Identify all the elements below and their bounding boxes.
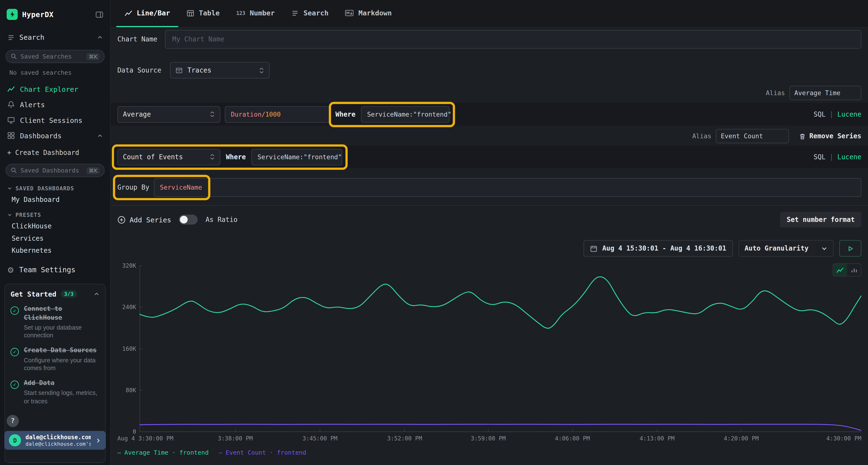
chart-display-toggle	[833, 263, 861, 276]
help-button[interactable]: ?	[7, 415, 19, 427]
sidebar-item-team-settings[interactable]: ⚙ Team Settings	[0, 255, 110, 274]
timeseries-chart[interactable]	[140, 266, 862, 434]
select-updown-icon	[210, 111, 215, 117]
tab-number[interactable]: 123 Number	[228, 0, 283, 27]
x-axis-labels: Aug 4 3:30:00 PM 3:38:00 PM 3:45:00 PM 3…	[117, 435, 862, 442]
sidebar-nav: Chart Explorer Alerts Client Sessions Da…	[0, 81, 110, 143]
play-icon	[847, 245, 853, 251]
legend-item-event-count[interactable]: — Event Count · frontend	[219, 449, 306, 456]
get-started-header[interactable]: Get Started 3/3	[10, 290, 100, 298]
as-ratio-toggle[interactable]	[179, 215, 198, 225]
sidebar-item-client-sessions[interactable]: Client Sessions	[0, 112, 110, 128]
series1-field-input[interactable]: Duration/1000	[225, 106, 330, 123]
tab-markdown[interactable]: Markdown	[337, 0, 400, 27]
avatar: D	[9, 434, 21, 446]
get-started-item[interactable]: ✓ Create Data Sources Configure where yo…	[10, 346, 100, 372]
lucene-option[interactable]: Lucene	[837, 110, 862, 118]
lucene-option[interactable]: Lucene	[837, 153, 862, 161]
table-icon	[187, 9, 194, 17]
where-label: Where	[225, 153, 247, 161]
select-updown-icon	[259, 67, 265, 73]
logo-row: HyperDX	[0, 0, 110, 24]
chevron-up-icon[interactable]	[97, 34, 103, 40]
y-axis-tick: 240K	[117, 304, 136, 310]
y-axis-tick: 0	[117, 428, 136, 435]
bar-chart-toggle[interactable]	[847, 264, 861, 276]
sql-option[interactable]: SQL	[813, 153, 826, 161]
presets-section-label[interactable]: PRESETS	[0, 204, 110, 218]
sidebar-item-dashboards[interactable]: Dashboards	[0, 128, 110, 143]
series1-where-input[interactable]: ServiceName:"frontend"	[361, 106, 450, 123]
set-number-format-button[interactable]: Set number format	[780, 212, 861, 227]
line-chart-toggle[interactable]	[833, 264, 847, 276]
x-axis-tick: 3:59:00 PM	[471, 435, 506, 442]
get-started-item[interactable]: ✓ Add Data Start sending logs, metrics, …	[10, 379, 100, 405]
create-dashboard-button[interactable]: + Create Dashboard	[0, 143, 110, 157]
granularity-select[interactable]: Auto Granularity	[739, 240, 834, 257]
chevron-up-icon[interactable]	[97, 133, 103, 138]
tab-line-bar[interactable]: Line/Bar	[116, 0, 179, 27]
run-query-button[interactable]	[839, 240, 862, 257]
legend-item-average-time[interactable]: — Average Time · frontend	[117, 449, 209, 456]
series1-alias-input[interactable]	[789, 86, 861, 100]
chart-legend: — Average Time · frontend — Event Count …	[111, 449, 868, 456]
get-started-item-title: Add Data	[24, 379, 55, 387]
saved-dashboards-input[interactable]: Saved Dashboards ⌘K	[5, 164, 105, 177]
get-started-item-desc: Set up your database connection	[24, 324, 100, 339]
sidebar-item-services[interactable]: Services	[0, 230, 110, 242]
sidebar-item-my-dashboard[interactable]: My Dashboard	[0, 191, 110, 204]
chevron-down-icon	[821, 245, 828, 252]
tab-table[interactable]: Table	[179, 0, 228, 27]
check-circle-icon: ✓	[10, 306, 19, 315]
series2-where-input[interactable]: ServiceName:"frontend"	[251, 148, 342, 165]
group-by-label: Group By	[117, 184, 150, 191]
search-section-header[interactable]: Search	[0, 24, 110, 43]
as-ratio-label: As Ratio	[206, 215, 238, 223]
plus-circle-icon	[117, 215, 126, 224]
sidebar-item-kubernetes[interactable]: Kubernetes	[0, 242, 110, 255]
saved-dashboards-placeholder: Saved Dashboards	[21, 167, 79, 174]
saved-searches-input[interactable]: Saved Searches ⌘K	[5, 50, 105, 63]
search-section-label: Search	[19, 33, 44, 41]
sql-option[interactable]: SQL	[813, 110, 826, 118]
get-started-item-title: Create Data Sources	[24, 346, 97, 354]
series2-aggregation-select[interactable]: Count of Events	[117, 148, 220, 165]
saved-searches-placeholder: Saved Searches	[21, 53, 72, 60]
series1-aggregation-select[interactable]: Average	[117, 106, 220, 123]
tab-search[interactable]: Search	[283, 0, 337, 27]
group-by-input[interactable]: ServiceName	[154, 178, 862, 197]
chevron-down-icon	[7, 186, 12, 191]
nav-label: Chart Explorer	[20, 85, 79, 93]
date-range-input[interactable]: Aug 4 15:30:01 - Aug 4 16:30:01	[584, 240, 733, 257]
sidebar-item-alerts[interactable]: Alerts	[0, 97, 110, 112]
traces-box-icon	[176, 67, 183, 74]
alias-label: Alias	[692, 132, 711, 140]
bell-icon	[7, 101, 15, 108]
chart-name-input[interactable]	[165, 30, 862, 49]
markdown-icon	[345, 9, 354, 16]
nav-label: Dashboards	[20, 131, 62, 139]
y-axis-tick: 160K	[117, 345, 136, 352]
add-series-button[interactable]: Add Series	[117, 215, 171, 224]
get-started-item[interactable]: ✓ Connect to ClickHouse Set up your data…	[10, 305, 100, 339]
user-menu[interactable]: D dale@clickhouse.com dale@clickhouse.co…	[4, 431, 105, 450]
sidebar-item-clickhouse[interactable]: ClickHouse	[0, 218, 110, 230]
section-divider	[111, 205, 868, 206]
y-axis-tick: 320K	[117, 262, 136, 269]
saved-dashboards-section-label[interactable]: SAVED DASHBOARDS	[0, 177, 110, 192]
sidebar-item-chart-explorer[interactable]: Chart Explorer	[0, 81, 110, 97]
search-icon	[10, 53, 18, 60]
remove-series-button[interactable]: Remove Series	[799, 132, 861, 140]
alias-label: Alias	[766, 89, 785, 97]
saved-dashboards-shortcut: ⌘K	[87, 167, 100, 174]
series1-row: Average Duration/1000 Where ServiceName:…	[111, 103, 868, 126]
sidebar-collapse-icon[interactable]	[95, 10, 103, 18]
list-icon	[7, 33, 15, 41]
series2-alias-input[interactable]	[716, 129, 789, 143]
trash-icon	[799, 133, 806, 140]
select-updown-icon	[210, 154, 215, 160]
chevron-up-icon[interactable]	[94, 291, 100, 297]
x-axis-tick: 4:13:00 PM	[640, 435, 675, 442]
data-source-select[interactable]: Traces	[170, 62, 270, 78]
gear-icon: ⚙	[7, 266, 14, 273]
